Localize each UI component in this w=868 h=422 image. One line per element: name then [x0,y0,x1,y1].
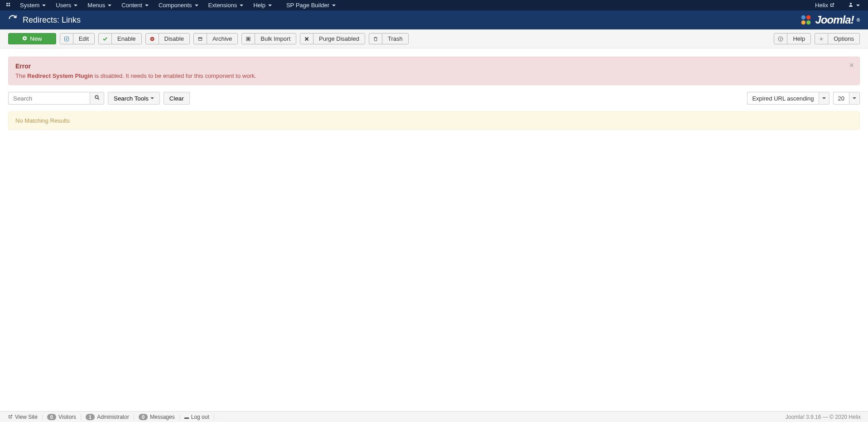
purge-disabled-button[interactable]: Purge Disabled [300,33,365,44]
x-icon [300,34,313,44]
svg-point-0 [6,3,8,4]
ban-icon [146,34,159,44]
edit-button[interactable]: Edit [60,33,95,44]
svg-text:?: ? [780,37,781,40]
archive-icon [194,34,207,44]
svg-point-19 [95,96,98,99]
main-content: × Error The Redirect System Plugin is di… [0,48,868,138]
chevron-down-icon [145,5,149,6]
limit-select-caret[interactable] [849,92,860,105]
close-alert-button[interactable]: × [849,61,854,70]
refresh-icon [8,14,17,26]
import-icon [242,34,255,44]
menu-menus[interactable]: Menus [83,0,116,10]
title-bar: Redirects: Links Joomla! ® [0,10,868,29]
error-alert: × Error The Redirect System Plugin is di… [8,57,860,85]
topnav-right: Helix [810,0,864,10]
svg-point-4 [850,3,852,5]
sort-select[interactable]: Expired URL ascending [747,92,829,105]
external-link-icon [830,2,834,9]
registered-icon: ® [857,18,860,23]
chevron-down-icon [108,5,111,6]
search-input[interactable] [8,92,90,105]
enable-button[interactable]: Enable [98,33,141,44]
plus-icon [22,35,27,42]
svg-point-2 [6,5,8,6]
main-menu: System Users Menus Content Components Ex… [15,0,810,10]
svg-point-3 [9,5,10,6]
sort-select-caret[interactable] [819,92,829,105]
menu-components[interactable]: Components [154,0,203,10]
clear-button[interactable]: Clear [164,92,190,105]
limit-select-value: 20 [833,92,849,105]
no-results-alert: No Matching Results [8,111,860,130]
svg-point-5 [801,15,805,19]
menu-users[interactable]: Users [51,0,82,10]
chevron-down-icon [74,5,77,6]
user-icon [848,2,854,9]
svg-point-18 [821,38,822,39]
menu-extensions[interactable]: Extensions [204,0,248,10]
trash-button[interactable]: Trash [369,33,409,44]
chevron-down-icon [332,5,336,6]
svg-rect-12 [198,37,202,38]
svg-point-6 [806,15,810,19]
joomla-icon[interactable] [4,1,13,9]
user-menu[interactable] [844,0,864,10]
brand-text: Joomla! [815,14,854,26]
gear-icon [815,34,828,44]
svg-rect-13 [198,38,202,41]
edit-icon [60,34,73,44]
top-navigation: System Users Menus Content Components Ex… [0,0,868,10]
chevron-down-icon [240,5,243,6]
chevron-down-icon [822,97,826,99]
chevron-down-icon [150,97,154,99]
page-title: Redirects: Links [23,15,799,25]
error-message: The Redirect System Plugin is disabled. … [15,72,853,79]
menu-sp-page-builder[interactable]: SP Page Builder [282,0,340,10]
search-bar: Search Tools Clear Expired URL ascending… [8,92,860,105]
check-icon [99,34,112,44]
limit-select[interactable]: 20 [833,92,860,105]
help-icon: ? [774,34,787,44]
chevron-down-icon [268,5,272,6]
svg-rect-15 [247,38,249,40]
chevron-down-icon [42,5,46,6]
site-link[interactable]: Helix [810,0,839,10]
error-heading: Error [15,62,853,70]
archive-button[interactable]: Archive [193,33,238,44]
disable-button[interactable]: Disable [145,33,190,44]
chevron-down-icon [195,5,198,6]
trash-icon [369,34,382,44]
svg-point-1 [9,3,10,4]
options-button[interactable]: Options [815,33,860,44]
chevron-down-icon [853,97,856,99]
menu-help[interactable]: Help [249,0,276,10]
search-tools-button[interactable]: Search Tools [108,92,160,105]
search-submit-button[interactable] [90,92,104,105]
sort-select-value: Expired URL ascending [747,92,818,105]
menu-content[interactable]: Content [117,0,153,10]
action-toolbar: New Edit Enable Disable Archive Bulk Imp… [0,29,868,48]
new-button[interactable]: New [8,33,56,44]
brand-logo[interactable]: Joomla! ® [799,13,860,27]
chevron-down-icon [856,5,860,6]
help-button[interactable]: ? Help [774,33,811,44]
svg-point-7 [801,20,805,24]
search-icon [94,95,100,102]
bulk-import-button[interactable]: Bulk Import [241,33,296,44]
svg-point-8 [806,20,810,24]
no-results-text: No Matching Results [15,117,70,124]
joomla-logo-icon [799,13,813,27]
menu-system[interactable]: System [15,0,50,10]
search-input-group [8,92,104,105]
